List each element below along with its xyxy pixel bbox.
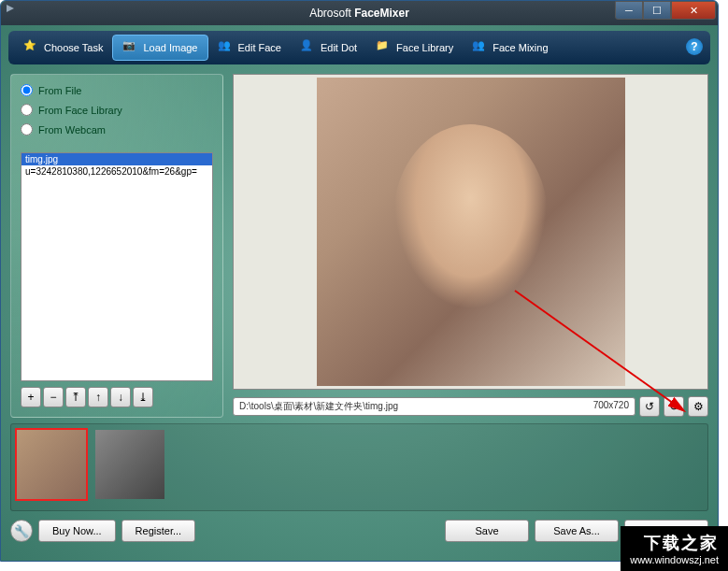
save-as-button[interactable]: Save As... — [535, 520, 619, 542]
svg-marker-0 — [7, 5, 14, 12]
source-panel: From File From Face Library From Webcam … — [10, 74, 223, 418]
list-toolbar: + − ⤒ ↑ ↓ ⤓ — [21, 387, 213, 407]
thumbnail-strip[interactable] — [10, 423, 708, 511]
minimize-button[interactable]: ─ — [615, 1, 643, 20]
thumbnail[interactable] — [15, 428, 88, 501]
dot-icon: 👤 — [300, 39, 317, 56]
tab-label: Load Image — [143, 42, 197, 53]
watermark-url: www.windowszj.net — [630, 554, 719, 565]
watermark-title: 下载之家 — [630, 532, 719, 554]
preview-panel: D:\tools\桌面\素材\新建文件夹\timg.jpg 700x720 ↺ … — [233, 74, 708, 418]
radio-label: From File — [38, 85, 81, 96]
remove-button[interactable]: − — [43, 387, 64, 407]
save-button[interactable]: Save — [445, 520, 529, 542]
register-button[interactable]: Register... — [121, 520, 196, 542]
source-radio-group: From File From Face Library From Webcam — [21, 84, 213, 143]
thumbnail[interactable] — [93, 428, 166, 501]
radio-from-library[interactable]: From Face Library — [21, 104, 213, 116]
app-window: Abrosoft FaceMixer ─ ☐ ✕ ⭐ Choose Task 📷… — [0, 0, 719, 562]
file-list[interactable]: timg.jpg u=3242810380,1226652010&fm=26&g… — [21, 152, 213, 381]
move-down-button[interactable]: ↓ — [110, 387, 131, 407]
titlebar[interactable]: Abrosoft FaceMixer ─ ☐ ✕ — [1, 1, 718, 25]
face-icon: 👥 — [218, 39, 235, 56]
help-button[interactable]: ? — [686, 38, 703, 55]
image-preview[interactable] — [233, 74, 708, 390]
tab-label: Face Library — [396, 42, 453, 53]
bottom-toolbar: 🔧 Buy Now... Register... Save Save As...… — [10, 515, 708, 547]
radio-label: From Webcam — [38, 124, 106, 136]
path-display: D:\tools\桌面\素材\新建文件夹\timg.jpg 700x720 — [233, 397, 635, 416]
path-bar: D:\tools\桌面\素材\新建文件夹\timg.jpg 700x720 ↺ … — [233, 395, 708, 418]
tab-label: Edit Face — [238, 42, 281, 53]
add-button[interactable]: + — [21, 387, 41, 407]
content-area: From File From Face Library From Webcam … — [1, 70, 718, 421]
tab-label: Edit Dot — [321, 42, 357, 53]
system-menu-icon[interactable] — [7, 5, 14, 12]
camera-icon: 📷 — [122, 39, 139, 56]
file-item[interactable]: timg.jpg — [21, 153, 212, 165]
tab-face-library[interactable]: 📁 Face Library — [366, 36, 463, 60]
move-up-button[interactable]: ↑ — [88, 387, 108, 407]
radio-input[interactable] — [21, 123, 33, 136]
tab-face-mixing[interactable]: 👥 Face Mixing — [463, 36, 557, 60]
rotate-left-button[interactable]: ↺ — [639, 396, 660, 417]
buy-button[interactable]: Buy Now... — [38, 520, 116, 542]
thumb-image — [95, 430, 164, 499]
radio-input[interactable] — [21, 104, 33, 116]
tab-label: Choose Task — [44, 42, 103, 53]
move-bottom-button[interactable]: ⤓ — [133, 387, 153, 407]
star-icon: ⭐ — [23, 39, 40, 56]
options-button[interactable]: 🔧 — [10, 520, 33, 542]
radio-label: From Face Library — [38, 105, 122, 116]
watermark: 下载之家 www.windowszj.net — [621, 526, 728, 571]
tab-label: Face Mixing — [492, 42, 548, 53]
tab-choose-task[interactable]: ⭐ Choose Task — [14, 36, 112, 60]
radio-input[interactable] — [21, 84, 33, 96]
window-title: Abrosoft FaceMixer — [309, 7, 409, 20]
tab-load-image[interactable]: 📷 Load Image — [112, 35, 207, 61]
image-dimensions: 700x720 — [593, 400, 629, 413]
mix-icon: 👥 — [472, 39, 489, 56]
tab-edit-dot[interactable]: 👤 Edit Dot — [291, 36, 366, 60]
settings-icon[interactable]: ⚙ — [688, 396, 708, 417]
file-path-text: D:\tools\桌面\素材\新建文件夹\timg.jpg — [239, 400, 398, 413]
main-toolbar: ⭐ Choose Task 📷 Load Image 👥 Edit Face 👤… — [8, 31, 710, 64]
thumb-image — [17, 430, 86, 499]
tab-edit-face[interactable]: 👥 Edit Face — [208, 36, 291, 60]
folder-icon: 📁 — [376, 39, 393, 56]
move-top-button[interactable]: ⤒ — [65, 387, 86, 407]
close-button[interactable]: ✕ — [671, 1, 716, 20]
maximize-button[interactable]: ☐ — [643, 1, 671, 20]
radio-from-webcam[interactable]: From Webcam — [21, 123, 213, 136]
face-image — [317, 78, 625, 386]
file-item[interactable]: u=3242810380,1226652010&fm=26&gp= — [21, 165, 212, 178]
radio-from-file[interactable]: From File — [21, 84, 213, 96]
rotate-right-button[interactable]: ↻ — [664, 396, 684, 417]
